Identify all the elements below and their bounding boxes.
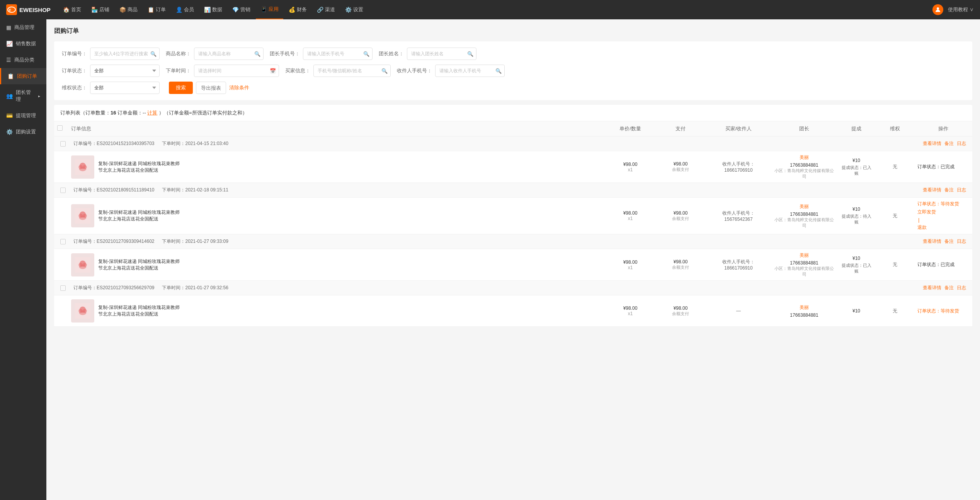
filter-order-no: 订单编号： 🔍 <box>62 48 160 60</box>
order-block-3: 订单编号：ES20210127093309414602 下单时间：2021-01… <box>54 234 972 281</box>
order-time-input[interactable] <box>194 65 279 77</box>
product-name-input[interactable] <box>194 48 264 60</box>
order-2-refund-link[interactable]: 退款 <box>917 224 927 231</box>
sidebar-item-product-category[interactable]: ☰ 商品分类 <box>0 52 46 68</box>
order-3-product-name: 复制-深圳鲜花速递 同城粉玫瑰花束教师节北京上海花店送花全国配送 <box>98 258 183 271</box>
avatar[interactable] <box>932 4 943 15</box>
nav-home[interactable]: 🏠首页 <box>58 0 86 19</box>
order-1-receiver-phone: 18661706910 <box>724 167 752 173</box>
order-3-checkbox[interactable] <box>60 239 66 244</box>
weiquan-select[interactable]: 全部 维权中 维权完成 <box>90 82 160 94</box>
leader-phone-input[interactable] <box>303 48 373 60</box>
order-3-leader-company: 小区：青岛纯粹文化传媒有限公司 <box>774 266 834 277</box>
user-menu[interactable]: 使用教程 ∨ <box>948 6 974 13</box>
col-weiquan: 维权 <box>876 125 914 132</box>
nav-finance[interactable]: 💰财务 <box>284 0 311 19</box>
filter-panel: 订单编号： 🔍 商品名称： 🔍 团长手机号： 🔍 <box>54 41 972 100</box>
calendar-icon[interactable]: 📅 <box>270 68 276 74</box>
order-1-remark-link[interactable]: 备注 <box>944 140 954 147</box>
product-icon: 📦 <box>119 7 126 13</box>
search-button[interactable]: 搜索 <box>169 82 193 94</box>
order-3-detail-link[interactable]: 查看详情 <box>923 238 941 245</box>
order-3-remark-link[interactable]: 备注 <box>944 238 954 245</box>
main-content: 团购订单 订单编号： 🔍 商品名称： 🔍 团长手机号： <box>46 19 980 500</box>
order-1-leader: 美丽 17663884881 小区：青岛纯粹文化传媒有限公司 <box>771 151 837 183</box>
order-1-ticheng-amount: ¥10 <box>852 158 860 163</box>
sidebar-item-group-order[interactable]: 📋 团购订单 <box>0 68 46 84</box>
order-3-leader-name: 美丽 <box>800 252 809 259</box>
product-name-search-icon[interactable]: 🔍 <box>254 51 260 57</box>
sidebar-item-withdrawal[interactable]: 💳 提现管理 <box>0 108 46 124</box>
finance-icon: 💰 <box>289 7 295 13</box>
order-4-remark-link[interactable]: 备注 <box>944 285 954 291</box>
weiquan-label: 维权状态： <box>62 84 87 91</box>
order-4-op: 订单状态：等待发货 <box>914 305 972 317</box>
order-2-checkbox[interactable] <box>60 188 66 193</box>
calculate-link[interactable]: 计算 <box>147 110 157 116</box>
nav-member[interactable]: 👤会员 <box>171 0 199 19</box>
settings-icon: ⚙️ <box>345 7 352 13</box>
order-4-checkbox[interactable] <box>60 285 66 291</box>
order-2-detail-link[interactable]: 查看详情 <box>923 187 941 193</box>
nav-marketing[interactable]: 💎营销 <box>228 0 255 19</box>
order-1-checkbox[interactable] <box>60 141 66 147</box>
order-block-2: 订单编号：ES20210218091511189410 下单时间：2021-02… <box>54 183 972 234</box>
sidebar-item-sales-data[interactable]: 📈 销售数据 <box>0 36 46 52</box>
order-status-select[interactable]: 全部 待付款 待发货 已发货 已完成 已取消 <box>90 65 160 77</box>
divider: | <box>918 217 919 223</box>
nav-app[interactable]: 📱应用 <box>256 0 283 19</box>
order-no-search-icon[interactable]: 🔍 <box>150 51 157 57</box>
col-order-info: 订单信息 <box>68 125 605 132</box>
order-4-ticheng: ¥10 <box>837 305 876 317</box>
order-1-ticheng: ¥10 提成状态：已入账 <box>837 155 876 179</box>
buyer-info-search-icon[interactable]: 🔍 <box>381 68 388 74</box>
order-2-log-link[interactable]: 日志 <box>957 187 966 193</box>
order-3-product: 复制-深圳鲜花速递 同城粉玫瑰花束教师节北京上海花店送花全国配送 <box>68 249 605 280</box>
order-1-log-link[interactable]: 日志 <box>957 140 966 147</box>
order-4-price: ¥98.00 <box>623 305 638 311</box>
order-3-status: 订单状态：已完成 <box>917 261 954 268</box>
top-navigation: E EWEISHOP 🏠首页 🏪店铺 📦商品 📋订单 👤会员 📊数据 💎营销 📱… <box>0 0 980 19</box>
order-2-thumb <box>71 204 94 227</box>
logo[interactable]: E EWEISHOP <box>6 4 51 15</box>
order-4-log-link[interactable]: 日志 <box>957 285 966 291</box>
filter-leader-phone: 团长手机号： 🔍 <box>270 48 373 60</box>
leader-name-input[interactable] <box>407 48 476 60</box>
leader-phone-search-icon[interactable]: 🔍 <box>363 51 369 57</box>
nav-product[interactable]: 📦商品 <box>115 0 142 19</box>
order-2-ship-link[interactable]: 立即发货 <box>917 209 936 215</box>
svg-point-22 <box>79 311 87 315</box>
order-4-detail-link[interactable]: 查看详情 <box>923 285 941 291</box>
order-3-payment: ¥98.00 余额支付 <box>655 256 706 273</box>
clear-button[interactable]: 清除条件 <box>229 84 249 91</box>
order-3-log-link[interactable]: 日志 <box>957 238 966 245</box>
select-all-checkbox[interactable] <box>57 125 63 131</box>
nav-settings[interactable]: ⚙️设置 <box>340 0 368 19</box>
receiver-phone-input[interactable] <box>435 65 505 77</box>
sidebar-item-leader-manage[interactable]: 👥 团长管理 ▸ <box>0 84 46 108</box>
buyer-info-input[interactable] <box>313 65 391 77</box>
order-detail-2: 复制-深圳鲜花速递 同城粉玫瑰花束教师节北京上海花店送花全国配送 ¥98.00 … <box>54 198 972 234</box>
member-icon: 👤 <box>176 7 182 13</box>
nav-store[interactable]: 🏪店铺 <box>87 0 114 19</box>
order-3-ticheng: ¥10 提成状态：已入账 <box>837 253 876 277</box>
export-button[interactable]: 导出报表 <box>196 82 226 94</box>
receiver-phone-search-icon[interactable]: 🔍 <box>495 68 502 74</box>
col-leader: 团长 <box>771 125 837 132</box>
order-4-leader: 美丽 17663884881 <box>771 301 837 321</box>
order-table: 订单列表（订单数量：16 订单金额：-- 计算 ）（订单金额=所强选订单实付款之… <box>54 105 972 327</box>
sidebar-item-group-settings[interactable]: ⚙️ 团购设置 <box>0 124 46 140</box>
data-icon: 📊 <box>204 7 211 13</box>
order-1-detail-link[interactable]: 查看详情 <box>923 140 941 147</box>
order-no-wrap: 🔍 <box>90 48 160 60</box>
nav-channel[interactable]: 🔗渠道 <box>312 0 340 19</box>
order-2-remark-link[interactable]: 备注 <box>944 187 954 193</box>
order-3-price-qty: ¥98.00 x1 <box>605 256 655 273</box>
sidebar-item-product-management[interactable]: ▦ 商品管理 <box>0 19 46 36</box>
nav-order[interactable]: 📋订单 <box>143 0 170 19</box>
leader-name-search-icon[interactable]: 🔍 <box>467 51 473 57</box>
nav-data[interactable]: 📊数据 <box>199 0 227 19</box>
product-category-icon: ☰ <box>6 57 11 63</box>
order-no-input[interactable] <box>90 48 160 60</box>
order-4-time: 下单时间：2021-01-27 09:32:56 <box>162 285 228 291</box>
